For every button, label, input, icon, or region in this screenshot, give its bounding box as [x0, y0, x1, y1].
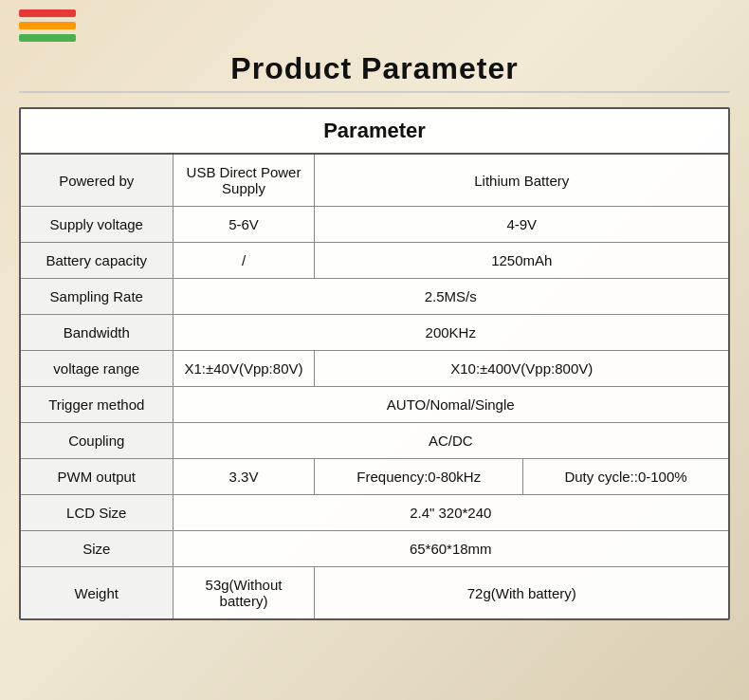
table-row: voltage range X1:±40V(Vpp:80V) X10:±400V…	[21, 351, 728, 387]
table-row: Coupling AC/DC	[21, 423, 728, 459]
logo-bar-orange	[19, 22, 76, 29]
row-label: Battery capacity	[21, 243, 173, 279]
row-value: AUTO/Nomal/Single	[173, 387, 728, 423]
row-value: 2.5MS/s	[173, 279, 728, 315]
row-col3: 1250mAh	[315, 243, 728, 279]
table-row: LCD Size 2.4" 320*240	[21, 495, 728, 531]
logo-bar-green	[19, 34, 76, 42]
table-row: Battery capacity / 1250mAh	[21, 243, 728, 279]
row-value: 65*60*18mm	[173, 531, 728, 567]
parameter-table: Parameter Powered by USB Direct Power Su…	[19, 107, 730, 620]
row-col3: Frequency:0-80kHz	[315, 459, 523, 495]
row-col4: Duty cycle::0-100%	[523, 459, 728, 495]
row-label: Powered by	[21, 154, 173, 207]
table-row: Powered by USB Direct Power Supply Lithi…	[21, 154, 728, 207]
row-label: Size	[21, 531, 173, 567]
table-row: Supply voltage 5-6V 4-9V	[21, 207, 728, 243]
logo	[19, 9, 76, 42]
row-col3: 4-9V	[315, 207, 728, 243]
row-col2: X1:±40V(Vpp:80V)	[173, 351, 315, 387]
row-label: Trigger method	[21, 387, 173, 423]
row-label: Bandwidth	[21, 315, 173, 351]
table-row: Weight 53g(Without battery) 72g(With bat…	[21, 567, 728, 619]
row-label: PWM output	[21, 459, 173, 495]
table-row: Bandwidth 200KHz	[21, 315, 728, 351]
row-col3: X10:±400V(Vpp:800V)	[315, 351, 728, 387]
page-title: Product Parameter	[19, 51, 730, 86]
row-label: voltage range	[21, 351, 173, 387]
row-label: Sampling Rate	[21, 279, 173, 315]
row-col2: USB Direct Power Supply	[173, 154, 315, 207]
row-label: LCD Size	[21, 495, 173, 531]
row-value: 200KHz	[173, 315, 728, 351]
row-col2: 5-6V	[173, 207, 315, 243]
row-col2: 3.3V	[173, 459, 315, 495]
table-row: Size 65*60*18mm	[21, 531, 728, 567]
row-label: Weight	[21, 567, 173, 619]
table-row: Sampling Rate 2.5MS/s	[21, 279, 728, 315]
row-col2: 53g(Without battery)	[173, 567, 315, 619]
row-value: 2.4" 320*240	[173, 495, 728, 531]
logo-bar-red	[19, 9, 76, 17]
row-col3: Lithium Battery	[315, 154, 728, 207]
row-value: AC/DC	[173, 423, 728, 459]
row-col3: 72g(With battery)	[315, 567, 728, 619]
row-label: Coupling	[21, 423, 173, 459]
table-row: PWM output 3.3V Frequency:0-80kHz Duty c…	[21, 459, 728, 495]
row-col2: /	[173, 243, 315, 279]
table-header: Parameter	[21, 109, 728, 154]
table-row: Trigger method AUTO/Nomal/Single	[21, 387, 728, 423]
title-divider	[19, 91, 730, 93]
row-label: Supply voltage	[21, 207, 173, 243]
